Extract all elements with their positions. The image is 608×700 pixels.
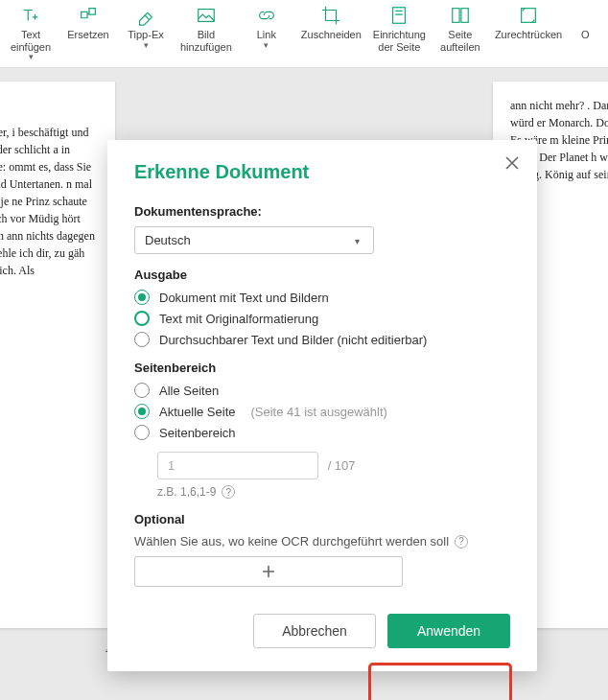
- optional-desc: Wählen Sie aus, wo keine OCR durchgeführ…: [134, 534, 449, 548]
- ribbon-label: Ersetzen: [67, 29, 108, 41]
- close-button[interactable]: [503, 153, 522, 173]
- optional-label: Optional: [134, 512, 510, 526]
- deskew-icon: [517, 4, 540, 27]
- replace-icon: [77, 4, 100, 27]
- radio-label: Durchsuchbarer Text und Bilder (nicht ed…: [159, 333, 427, 347]
- page-setup-icon: [387, 4, 410, 27]
- chevron-down-icon: ▾: [144, 41, 149, 50]
- radio-label: Seitenbereich: [159, 426, 236, 440]
- ribbon-label: Einrichtung: [373, 29, 426, 41]
- ribbon-label: Text: [21, 29, 40, 41]
- language-label: Dokumentensprache:: [134, 204, 510, 219]
- eraser-icon: [134, 4, 157, 27]
- svg-rect-0: [199, 10, 215, 22]
- radio-label: Dokument mit Text und Bildern: [159, 291, 329, 305]
- page-title: X: [0, 97, 98, 116]
- overflow-icon: [573, 4, 596, 27]
- svg-rect-1: [393, 8, 406, 24]
- output-option-doc[interactable]: Dokument mit Text und Bildern: [134, 290, 510, 305]
- link-icon: [255, 4, 278, 27]
- ribbon-toolbar: Text einfügen ▾ Ersetzen Tipp-Ex ▾ Bild …: [0, 0, 608, 68]
- svg-rect-3: [461, 9, 468, 23]
- help-icon[interactable]: ?: [455, 535, 468, 548]
- ribbon-text-insert[interactable]: Text einfügen ▾: [4, 2, 58, 61]
- pagerange-example: z.B. 1,6,1-9: [157, 485, 216, 499]
- ribbon-link[interactable]: Link ▾: [240, 2, 293, 61]
- ribbon-overflow[interactable]: O: [570, 2, 600, 61]
- pagerange-total: / 107: [328, 458, 356, 473]
- radio-icon: [134, 425, 150, 440]
- ribbon-label: der Seite: [378, 41, 420, 54]
- output-option-textfmt[interactable]: Text mit Originalformatierung: [134, 311, 510, 326]
- annotation-highlight: [368, 663, 512, 700]
- page-body: d sich in der Gegend 330. So begann er, …: [0, 124, 98, 279]
- ribbon-label: Seite: [448, 29, 472, 41]
- split-icon: [449, 4, 472, 27]
- chevron-down-icon: ▾: [29, 53, 34, 61]
- ribbon-deskew[interactable]: Zurechtrücken: [491, 2, 566, 61]
- ribbon-label: Tipp-Ex: [128, 29, 164, 41]
- recognize-document-dialog: Erkenne Dokument Dokumentensprache: Deut…: [107, 140, 537, 671]
- pagerange-all[interactable]: Alle Seiten: [134, 383, 510, 398]
- help-icon[interactable]: ?: [222, 485, 235, 499]
- ribbon-label: Zurechtrücken: [495, 29, 562, 41]
- radio-icon: [134, 290, 150, 305]
- language-select[interactable]: Deutsch: [134, 226, 374, 254]
- radio-label: Text mit Originalformatierung: [159, 312, 318, 326]
- ribbon-tippex[interactable]: Tipp-Ex ▾: [119, 2, 173, 61]
- cancel-button[interactable]: Abbrechen: [253, 614, 376, 648]
- ribbon-label: hinzufügen: [180, 41, 232, 54]
- dialog-title: Erkenne Dokument: [134, 161, 510, 183]
- ribbon-label: Zuschneiden: [301, 29, 362, 41]
- ribbon-label: Bild: [198, 29, 215, 41]
- ribbon-replace[interactable]: Ersetzen: [61, 2, 115, 61]
- add-exclusion-button[interactable]: [134, 556, 403, 587]
- apply-button[interactable]: Anwenden: [387, 614, 510, 648]
- pagerange-input[interactable]: [157, 452, 318, 479]
- pagerange-label: Seitenbereich: [134, 361, 510, 375]
- ribbon-split-page[interactable]: Seite aufteilen: [433, 2, 487, 61]
- ribbon-add-image[interactable]: Bild hinzufügen: [176, 2, 236, 61]
- radio-icon: [134, 332, 150, 347]
- radio-icon: [134, 404, 150, 419]
- pagerange-range[interactable]: Seitenbereich: [134, 425, 510, 440]
- output-option-searchable[interactable]: Durchsuchbarer Text und Bilder (nicht ed…: [134, 332, 510, 347]
- ribbon-page-setup[interactable]: Einrichtung der Seite: [369, 2, 430, 61]
- ribbon-label: Link: [257, 29, 276, 41]
- radio-label: Aktuelle Seite: [159, 405, 236, 419]
- ribbon-label: O: [581, 29, 590, 41]
- ribbon-crop[interactable]: Zuschneiden: [297, 2, 365, 61]
- svg-rect-2: [453, 9, 459, 23]
- radio-icon: [134, 311, 150, 326]
- output-label: Ausgabe: [134, 268, 510, 282]
- radio-label: Alle Seiten: [159, 384, 219, 398]
- chevron-down-icon: ▾: [264, 41, 269, 50]
- radio-icon: [134, 383, 150, 398]
- pagerange-current-hint: (Seite 41 ist ausgewählt): [251, 405, 387, 419]
- image-icon: [195, 4, 218, 27]
- text-insert-icon: [19, 4, 42, 27]
- document-area: X d sich in der Gegend 330. So begann er…: [0, 68, 608, 700]
- ribbon-label: aufteilen: [440, 41, 480, 54]
- crop-icon: [319, 4, 342, 27]
- pagerange-current[interactable]: Aktuelle Seite (Seite 41 ist ausgewählt): [134, 404, 510, 419]
- page-left: X d sich in der Gegend 330. So begann er…: [0, 82, 115, 628]
